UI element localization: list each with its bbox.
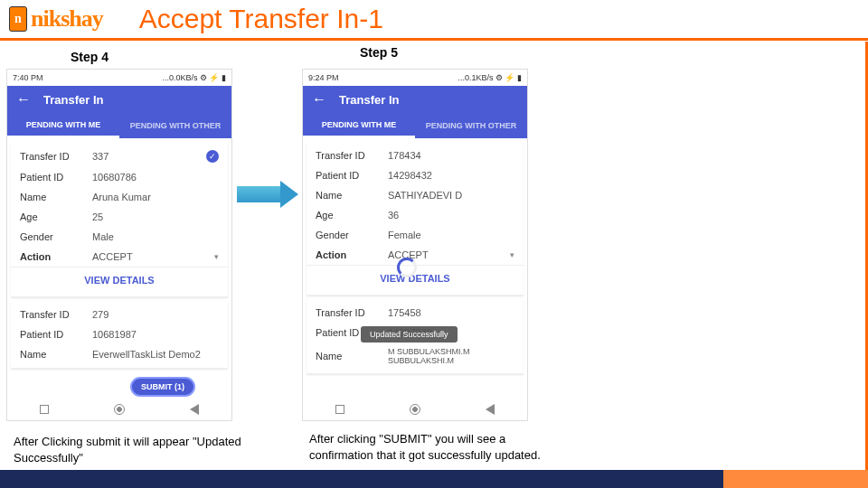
- record-card: Transfer ID337✓ Patient ID10680786 NameA…: [11, 142, 228, 297]
- label-gender: Gender: [316, 230, 388, 240]
- value-age: 36: [388, 210, 514, 221]
- arrow-icon: [237, 181, 298, 208]
- home-icon[interactable]: [114, 404, 125, 415]
- label-transfer-id: Transfer ID: [316, 307, 388, 318]
- footer-decor: [0, 470, 868, 488]
- tab-bar: PENDING WITH ME PENDING WITH OTHER: [303, 113, 527, 138]
- app-bar: ← Transfer In: [7, 86, 231, 113]
- app-bar-title: Transfer In: [43, 93, 103, 107]
- app-bar: ← Transfer In: [303, 86, 527, 113]
- record-card: Transfer ID175458 Patient ID14287279 Nam…: [307, 299, 524, 374]
- status-time: 9:24 PM: [308, 73, 339, 82]
- label-name: Name: [316, 351, 388, 361]
- home-icon[interactable]: [410, 404, 420, 415]
- slide-header: n nikshay Accept Transfer In-1: [0, 0, 868, 38]
- logo-text: nikshay: [31, 5, 103, 33]
- status-bar: 7:40 PM ...0.0KB/s ⚙ ⚡ ▮: [7, 70, 231, 86]
- value-gender: Male: [92, 231, 219, 242]
- value-transfer-id: 279: [92, 309, 219, 320]
- view-details-button[interactable]: VIEW DETAILS: [11, 267, 228, 293]
- tab-pending-with-other[interactable]: PENDING WITH OTHER: [119, 113, 231, 138]
- back-icon[interactable]: [190, 404, 199, 415]
- label-transfer-id: Transfer ID: [20, 151, 92, 162]
- back-icon[interactable]: [486, 404, 495, 415]
- app-bar-title: Transfer In: [339, 93, 399, 107]
- value-transfer-id: 337: [92, 151, 206, 162]
- label-name: Name: [20, 349, 92, 360]
- value-name: M SUBBULAKSHMI.M SUBBULAKSHI.M: [388, 347, 514, 365]
- label-transfer-id: Transfer ID: [20, 309, 92, 320]
- label-patient-id: Patient ID: [316, 170, 388, 181]
- recents-icon[interactable]: [40, 405, 49, 414]
- value-patient-id: 14298432: [388, 170, 514, 181]
- label-action: Action: [316, 249, 388, 260]
- label-age: Age: [316, 210, 388, 221]
- android-nav: [7, 400, 231, 418]
- label-action: Action: [20, 251, 92, 262]
- value-name: SATHIYADEVI D: [388, 190, 514, 201]
- value-age: 25: [92, 211, 219, 222]
- logo: n nikshay: [0, 2, 103, 36]
- status-icons: ...0.0KB/s ⚙ ⚡ ▮: [162, 73, 226, 82]
- loading-spinner-icon: [397, 258, 417, 277]
- step4-label: Step 4: [71, 50, 108, 64]
- status-bar: 9:24 PM ...0.1KB/s ⚙ ⚡ ▮: [303, 70, 527, 86]
- label-patient-id: Patient ID: [20, 172, 92, 183]
- submit-button[interactable]: SUBMIT (1): [130, 377, 195, 397]
- value-patient-id: 10681987: [92, 329, 219, 340]
- label-age: Age: [20, 211, 92, 222]
- value-gender: Female: [388, 230, 514, 240]
- status-icons: ...0.1KB/s ⚙ ⚡ ▮: [458, 73, 522, 82]
- check-icon: ✓: [206, 150, 219, 163]
- back-arrow-icon[interactable]: ←: [312, 91, 326, 108]
- action-dropdown[interactable]: ACCEPT: [92, 251, 214, 262]
- toast-message: Updated Successfully: [361, 326, 458, 343]
- status-time: 7:40 PM: [13, 73, 43, 82]
- record-card: Transfer ID279 Patient ID10681987 NameEv…: [11, 301, 228, 369]
- value-transfer-id: 175458: [388, 307, 514, 318]
- value-patient-id: 10680786: [92, 172, 219, 183]
- phone-screenshot-step5: 9:24 PM ...0.1KB/s ⚙ ⚡ ▮ ← Transfer In P…: [302, 69, 528, 421]
- chevron-down-icon: ▾: [214, 252, 219, 261]
- recents-icon[interactable]: [335, 405, 344, 414]
- tab-pending-with-me[interactable]: PENDING WITH ME: [7, 113, 119, 138]
- back-arrow-icon[interactable]: ←: [16, 91, 31, 108]
- tab-pending-with-other[interactable]: PENDING WITH OTHER: [415, 113, 527, 138]
- tab-pending-with-me[interactable]: PENDING WITH ME: [303, 113, 415, 138]
- label-name: Name: [20, 192, 92, 202]
- step5-label: Step 5: [360, 45, 398, 60]
- divider: [0, 38, 868, 41]
- android-nav: [303, 400, 527, 418]
- label-name: Name: [316, 190, 388, 201]
- page-title: Accept Transfer In-1: [139, 4, 383, 34]
- caption-step4: After Clicking submit it will appear "Up…: [14, 434, 249, 465]
- record-card: Transfer ID178434 Patient ID14298432 Nam…: [307, 142, 524, 296]
- caption-step5: After clicking "SUBMIT" you will see a c…: [309, 431, 562, 463]
- logo-icon: n: [9, 6, 27, 32]
- chevron-down-icon: ▾: [510, 250, 514, 259]
- value-name: Aruna Kumar: [92, 192, 219, 202]
- value-name: EverwellTaskList Demo2: [92, 349, 219, 360]
- label-transfer-id: Transfer ID: [316, 150, 388, 161]
- label-patient-id: Patient ID: [20, 329, 92, 340]
- tab-bar: PENDING WITH ME PENDING WITH OTHER: [7, 113, 231, 138]
- phone-screenshot-step4: 7:40 PM ...0.0KB/s ⚙ ⚡ ▮ ← Transfer In P…: [6, 69, 232, 421]
- value-transfer-id: 178434: [388, 150, 514, 161]
- label-gender: Gender: [20, 231, 92, 242]
